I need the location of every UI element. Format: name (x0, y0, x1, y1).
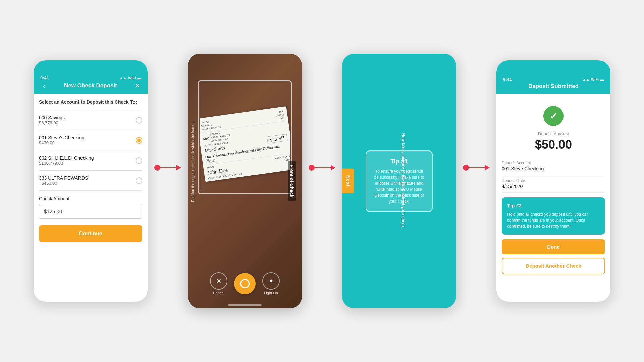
status-bar-4: 9:41 ▲▲ WiFi ▬ (502, 74, 605, 83)
deposit-amount-label: Deposit Amount (502, 131, 605, 136)
account-name: 001 Steve's Checking (39, 135, 84, 140)
deposit-account-label: Deposit Account (502, 161, 605, 165)
phone-1: 9:41 ▲▲ WiFi ▬ ‹ New Check Deposit ✕ Sel… (34, 60, 148, 302)
shutter-button[interactable] (234, 273, 256, 294)
account-info: 000 Savings$6,779.00 (39, 115, 65, 125)
back-button[interactable]: ‹ (39, 82, 49, 90)
continue-button[interactable]: Continue (39, 225, 142, 242)
deposit-another-button[interactable]: Deposit Another Check (502, 258, 605, 274)
status-icons-4: ▲▲ WiFi ▬ (582, 77, 604, 81)
cancel-camera-button[interactable]: ✕ (210, 272, 227, 290)
deposit-account-value: 001 Steve Checking (502, 166, 605, 171)
account-item[interactable]: 002 S.H.I.E.L.D. Checking$130,779.00 (39, 150, 142, 171)
arrow-1 (154, 165, 181, 171)
check-amount-input[interactable] (39, 204, 142, 219)
account-balance: $6,779.00 (39, 120, 65, 125)
light-label: Light On (264, 291, 278, 295)
account-list: 000 Savings$6,779.00001 Steve's Checking… (39, 110, 142, 191)
account-name: 002 S.H.I.E.L.D. Checking (39, 155, 94, 161)
check-amount-label: Check Amount (39, 196, 142, 201)
arrow-dot-3 (463, 165, 469, 171)
success-icon: ✓ (543, 106, 564, 126)
check-inside-frame: John Doe123 Main StPetaluma, CA 94123 11… (200, 82, 290, 193)
arrow-dot-1 (154, 165, 160, 171)
done-button[interactable]: Done (502, 239, 605, 254)
phone-1-body: Select an Account to Deposit this Check … (34, 94, 148, 302)
check-payee: John Doe123 Main StPetaluma, CA 94123 (200, 119, 221, 131)
arrow-2 (309, 165, 335, 171)
phone-4-header: 9:41 ▲▲ WiFi ▬ Deposit Submitted (496, 60, 610, 94)
deposit-date-label: Deposit Date (502, 178, 605, 183)
deposit-date-value: 4/15/2020 (502, 184, 605, 189)
radio-button[interactable] (136, 117, 142, 124)
section-title: Select an Account to Deposit this Check … (39, 99, 142, 105)
account-name: 000 Savings (39, 115, 65, 120)
deposit-account-detail: Deposit Account 001 Steve Checking (502, 157, 605, 175)
arrow-shaft-1 (160, 167, 176, 168)
tip2-card: Tip #2 Hold onto all checks you deposit … (502, 197, 605, 235)
arrow-shaft-3 (469, 167, 485, 168)
status-bar-1: 9:41 ▲▲ WiFi ▬ (39, 73, 142, 82)
radio-button[interactable] (136, 177, 142, 184)
radio-button[interactable] (136, 157, 142, 164)
account-name: 333 ULTRA REWARDS (39, 175, 88, 181)
page-title-1: New Check Deposit (49, 82, 132, 89)
light-area: ✦ Light On (262, 272, 280, 295)
account-item[interactable]: 333 ULTRA REWARDS−$450.00 (39, 171, 142, 191)
account-item[interactable]: 001 Steve's Checking$470.00 (39, 130, 142, 150)
arrow-shaft-2 (315, 167, 331, 168)
page-title-4: Deposit Submitted (512, 83, 595, 90)
account-balance: $470.00 (39, 140, 84, 145)
camera-controls: ✕ Cancel ✦ Light On (188, 272, 302, 295)
cancel-camera-area: ✕ Cancel (210, 272, 227, 295)
backside-instruction: Now take a picture of the back side of y… (400, 133, 406, 229)
status-icons-1: ▲▲ WiFi ▬ (119, 76, 141, 80)
check-amount-section: Check Amount (39, 196, 142, 219)
arrow-3-container (463, 165, 490, 197)
tip-title: Tip #1 (373, 158, 425, 165)
check-bank: ABC (203, 136, 210, 141)
account-item[interactable]: 000 Savings$6,779.00 (39, 110, 142, 130)
arrow-3 (463, 165, 490, 171)
nav-bar-1: ‹ New Check Deposit ✕ (39, 82, 142, 90)
phone-1-header: 9:41 ▲▲ WiFi ▬ ‹ New Check Deposit ✕ (34, 60, 148, 94)
tip-text: To ensure your deposit will be successfu… (373, 168, 425, 204)
time-1: 9:41 (40, 75, 49, 80)
check-paper: John Doe123 Main StPetaluma, CA 94123 11… (200, 106, 290, 182)
deposit-amount-value: $50.00 (502, 138, 605, 152)
arrow-head-3 (485, 165, 490, 170)
tip2-title: Tip #2 (507, 203, 600, 208)
account-balance: $130,779.00 (39, 161, 94, 166)
phone-4-body: ✓ Deposit Amount $50.00 Deposit Account … (496, 94, 610, 302)
deposit-date-detail: Deposit Date 4/15/2020 (502, 175, 605, 193)
close-button[interactable]: ✕ (132, 82, 142, 90)
time-4: 9:41 (503, 77, 512, 82)
account-info: 002 S.H.I.E.L.D. Checking$130,779.00 (39, 155, 94, 166)
scene: 9:41 ▲▲ WiFi ▬ ‹ New Check Deposit ✕ Sel… (0, 0, 644, 362)
arrow-2-container (309, 165, 335, 197)
arrow-1-container (154, 165, 181, 197)
position-hint: Position the edges of the check within t… (191, 121, 195, 202)
account-balance: −$450.00 (39, 181, 88, 186)
cancel-label: Cancel (213, 291, 224, 295)
account-info: 333 ULTRA REWARDS−$450.00 (39, 175, 88, 186)
nav-bar-4: Deposit Submitted (502, 83, 605, 90)
radio-button[interactable] (136, 137, 142, 144)
checkmark-icon: ✓ (550, 111, 557, 122)
arrow-dot-2 (309, 165, 315, 171)
bottom-bar-2 (228, 304, 262, 306)
check-dollar-box: $ 1,25000 (267, 134, 287, 144)
phone-2: John Doe123 Main StPetaluma, CA 94123 11… (188, 54, 302, 308)
light-button[interactable]: ✦ (262, 272, 280, 290)
arrow-head-1 (176, 165, 181, 170)
phone-3: Next Tip #1 To ensure your deposit will … (342, 54, 456, 308)
phone-4: 9:41 ▲▲ WiFi ▬ Deposit Submitted ✓ Depos… (496, 60, 610, 302)
radio-inner (137, 139, 141, 142)
arrow-head-2 (331, 165, 335, 170)
next-button[interactable]: Next (342, 169, 354, 193)
camera-body: John Doe123 Main StPetaluma, CA 94123 11… (188, 54, 302, 308)
tip2-text: Hold onto all checks you deposit until y… (507, 211, 600, 229)
camera-icon (240, 279, 250, 288)
front-of-check-label: Front of Check (288, 161, 296, 201)
account-info: 001 Steve's Checking$470.00 (39, 135, 84, 145)
